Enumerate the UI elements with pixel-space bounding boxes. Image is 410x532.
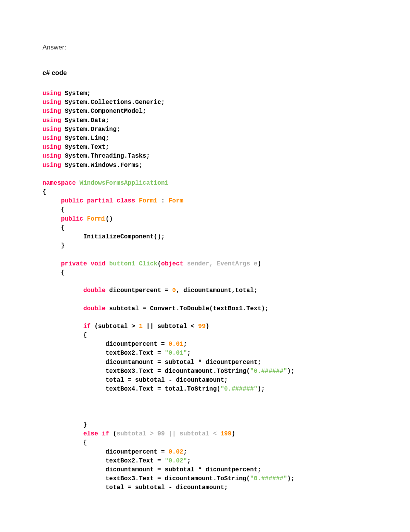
code-block: using System; using System.Collections.G… — [42, 89, 368, 492]
section-heading: c# code — [42, 68, 368, 78]
answer-heading: Answer: — [42, 42, 368, 53]
